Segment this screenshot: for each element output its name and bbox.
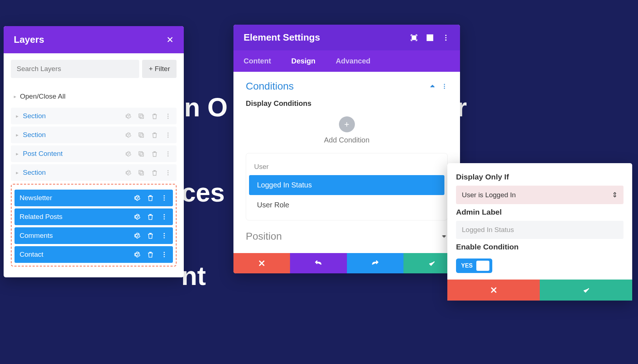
gear-icon[interactable]: [124, 132, 131, 138]
svg-point-3: [167, 115, 169, 116]
more-icon[interactable]: [161, 232, 168, 239]
close-icon[interactable]: ✕: [166, 35, 174, 45]
expand-icon[interactable]: [410, 34, 418, 42]
background-text: ces: [181, 178, 225, 208]
enable-condition-label: Enable Condition: [456, 243, 624, 251]
enable-condition-toggle[interactable]: YES: [456, 258, 492, 273]
layer-label: Newsletter: [20, 194, 133, 202]
display-only-if-label: Display Only If: [456, 173, 624, 181]
trash-icon[interactable]: [151, 132, 158, 138]
layer-row-related-posts[interactable]: Related Posts: [14, 208, 173, 225]
trash-icon[interactable]: [147, 194, 154, 202]
more-icon[interactable]: [165, 132, 171, 138]
more-icon[interactable]: [441, 83, 448, 90]
layers-header: Layers ✕: [4, 26, 184, 53]
svg-point-9: [167, 136, 169, 137]
more-icon[interactable]: [165, 113, 171, 120]
svg-rect-5: [139, 133, 142, 136]
layer-row-section[interactable]: ▸ Section: [11, 127, 177, 143]
svg-point-36: [445, 37, 447, 38]
layer-row-comments[interactable]: Comments: [14, 227, 173, 244]
tab-content[interactable]: Content: [233, 50, 281, 72]
svg-point-26: [163, 233, 165, 234]
layers-search-row: + Filter: [4, 53, 184, 84]
position-head[interactable]: Position: [246, 220, 448, 242]
chevron-up-icon[interactable]: [429, 83, 436, 90]
settings-header: Element Settings: [233, 25, 460, 50]
svg-point-30: [163, 254, 165, 255]
chevron-down-icon: [440, 233, 448, 240]
more-icon[interactable]: [161, 194, 168, 202]
duplicate-icon[interactable]: [138, 113, 145, 120]
layout-icon[interactable]: [426, 34, 434, 42]
redo-button[interactable]: [347, 253, 403, 273]
tab-design[interactable]: Design: [281, 50, 326, 72]
detail-cancel-button[interactable]: [447, 280, 540, 301]
settings-footer: [233, 253, 460, 273]
gear-icon[interactable]: [124, 113, 131, 120]
condition-category: User: [246, 158, 447, 175]
add-condition-button[interactable]: +: [339, 116, 355, 132]
admin-label-field[interactable]: Logged In Status: [456, 221, 624, 239]
condition-item-logged-in[interactable]: Logged In Status: [249, 175, 444, 195]
layer-row-contact[interactable]: Contact: [14, 246, 173, 263]
gear-icon[interactable]: [133, 232, 140, 239]
layer-row-section[interactable]: ▸ Section: [11, 108, 177, 124]
svg-rect-11: [140, 153, 144, 156]
svg-point-20: [163, 195, 165, 197]
duplicate-icon[interactable]: [138, 150, 145, 157]
trash-icon[interactable]: [147, 232, 154, 239]
more-icon[interactable]: [442, 34, 450, 42]
undo-button[interactable]: [290, 253, 347, 273]
gear-icon[interactable]: [133, 194, 140, 202]
layer-row-section[interactable]: ▸ Section: [11, 164, 177, 181]
trash-icon[interactable]: [147, 213, 154, 220]
search-input[interactable]: [11, 60, 139, 78]
toggle-knob: [476, 261, 489, 271]
element-settings-panel: Element Settings Content Design Advanced…: [233, 25, 460, 273]
duplicate-icon[interactable]: [138, 132, 145, 138]
layer-actions: [133, 194, 168, 202]
display-only-if-dropdown[interactable]: User is Logged In ⇕: [456, 186, 624, 204]
caret-icon: ▸: [16, 113, 18, 119]
layers-title: Layers: [14, 34, 44, 45]
layer-row-newsletter[interactable]: Newsletter: [14, 190, 173, 206]
gear-icon[interactable]: [133, 251, 140, 258]
conditions-title[interactable]: Conditions: [246, 80, 294, 92]
trash-icon[interactable]: [151, 113, 158, 120]
trash-icon[interactable]: [147, 251, 154, 258]
svg-point-19: [167, 174, 169, 175]
duplicate-icon[interactable]: [138, 169, 145, 176]
gear-icon[interactable]: [133, 213, 140, 220]
trash-icon[interactable]: [151, 169, 158, 176]
gear-icon[interactable]: [124, 150, 131, 157]
close-icon: [490, 286, 497, 294]
open-close-all[interactable]: ▸ Open/Close All: [11, 87, 177, 106]
more-icon[interactable]: [161, 251, 168, 258]
conditions-head: Conditions: [246, 80, 448, 99]
condition-item-user-role[interactable]: User Role: [249, 195, 444, 215]
svg-point-2: [167, 113, 169, 115]
tab-advanced[interactable]: Advanced: [326, 50, 381, 72]
layer-actions: [133, 213, 168, 220]
toggle-label: YES: [461, 262, 473, 269]
more-icon[interactable]: [165, 169, 171, 176]
dropdown-value: User is Logged In: [462, 191, 516, 199]
gear-icon[interactable]: [124, 169, 131, 176]
svg-rect-16: [140, 171, 144, 175]
svg-point-25: [163, 218, 165, 219]
layer-actions: [124, 113, 171, 120]
layer-row-post-content[interactable]: ▸ Post Content: [11, 145, 177, 162]
cancel-button[interactable]: [233, 253, 290, 273]
add-condition: + Add Condition: [246, 116, 448, 144]
more-icon[interactable]: [161, 213, 168, 220]
filter-button[interactable]: + Filter: [142, 60, 177, 78]
svg-point-35: [445, 34, 447, 36]
detail-save-button[interactable]: [540, 280, 632, 301]
svg-point-28: [163, 237, 165, 238]
more-icon[interactable]: [165, 150, 171, 157]
layer-actions: [133, 251, 168, 258]
caret-icon: ▸: [16, 151, 18, 157]
svg-rect-6: [140, 134, 144, 137]
trash-icon[interactable]: [151, 150, 158, 157]
